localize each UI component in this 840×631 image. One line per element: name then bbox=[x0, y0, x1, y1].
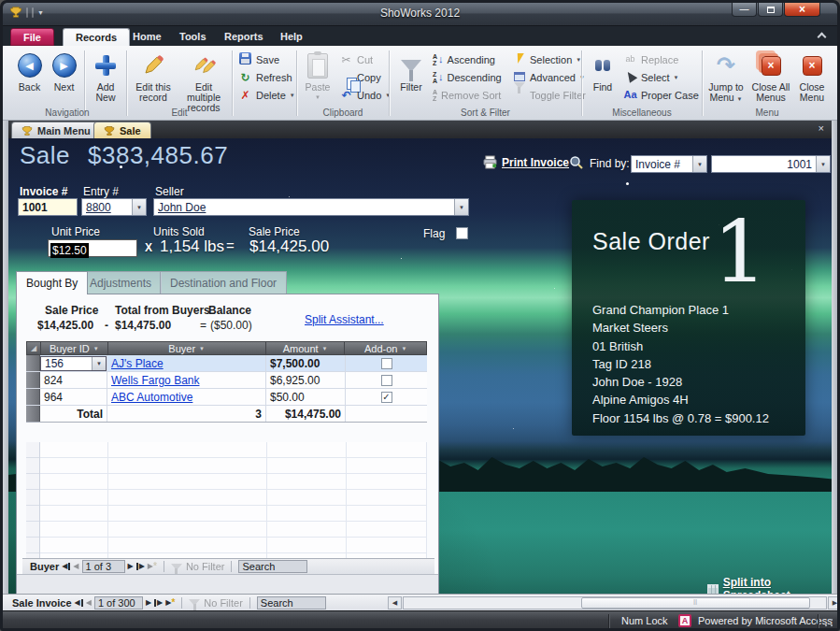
select-all-cell[interactable]: ◢ bbox=[27, 342, 41, 354]
maximize-button[interactable] bbox=[758, 3, 783, 17]
column-header-addon[interactable]: Add-on▼ bbox=[345, 342, 426, 354]
horizontal-scrollbar[interactable]: ⠿ bbox=[403, 596, 827, 609]
next-record-button[interactable]: ▶ bbox=[128, 563, 134, 570]
ascending-button[interactable]: AZ↓ Ascending bbox=[433, 51, 495, 67]
next-record-button[interactable]: ▶ bbox=[146, 599, 151, 607]
previous-record-button[interactable]: ◀ bbox=[86, 599, 92, 607]
scroll-right-icon[interactable]: ▶ bbox=[828, 596, 840, 609]
copy-button[interactable]: Copy bbox=[339, 69, 381, 85]
invoice-number-field[interactable]: 1001 bbox=[18, 198, 78, 216]
column-header-buyer[interactable]: Buyer▼ bbox=[108, 342, 266, 354]
record-position[interactable]: 1 of 300 bbox=[94, 596, 143, 609]
jump-to-menu-button[interactable]: ↷ Jump to Menu ▼ bbox=[705, 49, 747, 116]
no-filter-button[interactable]: No Filter bbox=[171, 561, 225, 572]
filter-caret-icon[interactable]: ▼ bbox=[401, 346, 406, 351]
addon-checkbox[interactable] bbox=[381, 358, 392, 369]
empty-datasheet-rows[interactable] bbox=[26, 442, 427, 558]
scrollbar-thumb[interactable]: ⠿ bbox=[581, 597, 810, 609]
new-record-button[interactable]: ▶* bbox=[165, 598, 175, 608]
tab-adjustments[interactable]: Adjustments bbox=[79, 271, 162, 294]
descending-button[interactable]: ZA↓ Descending bbox=[433, 69, 502, 85]
next-button[interactable]: ▶ Next bbox=[48, 49, 80, 116]
no-filter-button[interactable]: No Filter bbox=[189, 597, 243, 609]
previous-record-button[interactable]: ◀ bbox=[73, 563, 78, 570]
filter-caret-icon[interactable]: ▼ bbox=[93, 346, 99, 351]
buyer-link[interactable]: Wells Fargo Bank bbox=[111, 374, 199, 387]
close-document-icon[interactable]: × bbox=[819, 123, 824, 134]
replace-button[interactable]: ab Replace bbox=[623, 51, 678, 67]
save-button[interactable]: Save bbox=[238, 51, 279, 67]
row-selector[interactable] bbox=[26, 389, 40, 405]
remove-sort-button[interactable]: AZ Remove Sort bbox=[433, 87, 501, 103]
select-button[interactable]: Select▼ bbox=[623, 69, 679, 85]
tab-destination-floor[interactable]: Destination and Floor bbox=[160, 271, 287, 294]
scroll-left-icon[interactable]: ◀ bbox=[388, 596, 402, 609]
table-row[interactable]: 964 ABC Automotive $50.00 ✓ bbox=[26, 389, 427, 406]
buyer-link[interactable]: ABC Automotive bbox=[111, 391, 192, 404]
amount-cell[interactable]: $7,500.00 bbox=[266, 355, 346, 371]
dropdown-icon[interactable]: ▼ bbox=[132, 199, 146, 215]
dropdown-icon[interactable]: ▼ bbox=[816, 156, 830, 172]
column-header-buyer-id[interactable]: Buyer ID▼ bbox=[41, 342, 108, 354]
table-row[interactable]: 824 Wells Fargo Bank $6,925.00 bbox=[26, 372, 427, 389]
first-record-button[interactable]: ◀ bbox=[75, 599, 83, 607]
toggle-filter-button[interactable]: Toggle Filter bbox=[512, 87, 586, 103]
buyer-id-combo[interactable]: 156 ▼ bbox=[40, 356, 107, 371]
resize-grip[interactable] bbox=[824, 618, 833, 627]
selection-button[interactable]: Selection▼ bbox=[512, 51, 581, 67]
table-row[interactable]: 156 ▼ AJ's Place $7,500.00 bbox=[26, 355, 427, 372]
proper-case-button[interactable]: Aa Proper Case bbox=[623, 87, 699, 103]
amount-cell[interactable]: $6,925.00 bbox=[266, 372, 346, 388]
doc-tab-main-menu[interactable]: Main Menu bbox=[11, 122, 101, 138]
dropdown-icon[interactable]: ▼ bbox=[454, 199, 468, 215]
row-selector[interactable] bbox=[26, 372, 40, 388]
tab-records[interactable]: Records bbox=[63, 28, 130, 46]
amount-cell[interactable]: $50.00 bbox=[266, 389, 346, 405]
minimize-ribbon-icon[interactable] bbox=[819, 34, 826, 41]
filter-caret-icon[interactable]: ▼ bbox=[322, 346, 328, 351]
doc-tab-sale[interactable]: Sale bbox=[93, 122, 151, 138]
buyer-link[interactable]: AJ's Place bbox=[111, 357, 164, 370]
column-header-amount[interactable]: Amount▼ bbox=[266, 342, 346, 354]
unit-price-field[interactable]: $12.50 bbox=[48, 239, 137, 257]
filter-caret-icon[interactable]: ▼ bbox=[199, 346, 205, 351]
record-position[interactable]: 1 of 3 bbox=[82, 560, 125, 573]
seller-combo[interactable]: John Doe ▼ bbox=[153, 198, 469, 216]
row-selector[interactable] bbox=[26, 355, 40, 371]
edit-this-record-button[interactable]: Edit this record bbox=[129, 49, 178, 116]
close-menu-button[interactable]: × Close Menu bbox=[794, 49, 830, 116]
paste-button[interactable]: Paste▼ bbox=[300, 49, 335, 116]
filter-button[interactable]: Filter bbox=[392, 49, 430, 116]
refresh-button[interactable]: ↻ Refresh bbox=[238, 69, 292, 85]
new-record-button[interactable]: ▶* bbox=[148, 562, 157, 571]
buyer-id-cell[interactable]: 824 bbox=[40, 372, 107, 388]
minimize-button[interactable]: — bbox=[732, 3, 757, 17]
delete-button[interactable]: ✗ Delete▼ bbox=[238, 87, 295, 103]
print-invoice-link[interactable]: Print Invoice bbox=[483, 155, 569, 169]
cut-button[interactable]: ✂ Cut bbox=[339, 51, 373, 67]
undo-button[interactable]: ↶ Undo▼ bbox=[339, 87, 391, 103]
buyer-id-cell[interactable]: 964 bbox=[40, 389, 107, 405]
split-into-spreadsheet-link[interactable]: Split into Spreadsheet bbox=[707, 576, 837, 594]
tab-file[interactable]: File bbox=[10, 28, 54, 46]
tab-reports[interactable]: Reports bbox=[212, 28, 276, 46]
last-record-button[interactable]: ▶ bbox=[136, 563, 145, 570]
tab-tools[interactable]: Tools bbox=[167, 28, 219, 46]
close-all-menus-button[interactable]: × Close All Menus bbox=[749, 49, 792, 116]
find-by-value-combo[interactable]: 1001 ▼ bbox=[711, 155, 831, 173]
addon-checkbox[interactable]: ✓ bbox=[381, 392, 392, 403]
entry-number-combo[interactable]: 8800 ▼ bbox=[81, 198, 147, 216]
first-record-button[interactable]: ◀ bbox=[62, 563, 70, 570]
sale-invoice-search-input[interactable] bbox=[257, 596, 326, 609]
buyer-search-input[interactable] bbox=[238, 560, 307, 573]
add-new-button[interactable]: Add New bbox=[87, 49, 124, 116]
back-button[interactable]: ◀ Back bbox=[13, 49, 46, 116]
dropdown-icon[interactable]: ▼ bbox=[692, 156, 706, 172]
flag-checkbox[interactable] bbox=[456, 227, 468, 239]
edit-multiple-records-button[interactable]: Edit multiple records bbox=[178, 49, 229, 116]
split-assistant-link[interactable]: Split Assistant... bbox=[305, 313, 384, 326]
find-by-field-combo[interactable]: Invoice # ▼ bbox=[631, 155, 707, 173]
close-button[interactable]: × bbox=[784, 3, 820, 17]
tab-bought-by[interactable]: Bought By bbox=[16, 271, 88, 294]
dropdown-icon[interactable]: ▼ bbox=[92, 357, 106, 370]
